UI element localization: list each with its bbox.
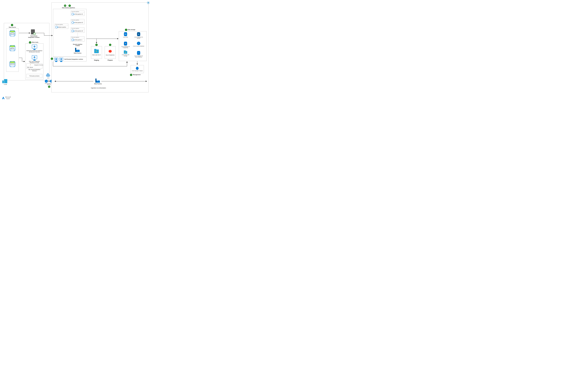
building-icon <box>4 79 7 83</box>
adls-icon: ⚡ <box>124 51 127 54</box>
ssis-brand: SQL Server <box>27 67 33 68</box>
cloud-icon <box>46 74 50 77</box>
badge-1b: 1b <box>64 5 66 7</box>
brand-line1: Microsoft <box>5 96 11 98</box>
shir-label: Self-hosted integration runtime <box>27 35 41 38</box>
cosmos-icon: ✦ <box>137 42 140 45</box>
ssma-label: SQL Server Migration Assistance for db2 <box>26 61 42 63</box>
synapse-label: Azure Synapse Analyics <box>132 70 143 71</box>
datalake-icon: ⚡ <box>94 50 99 53</box>
microsoft-azure-logo: Microsoft Azure <box>2 96 11 99</box>
pipelines-title: Data factory pipelines <box>61 7 76 8</box>
ssis-caption: SQL Served Integration Services <box>27 69 42 71</box>
azure-logo-icon <box>2 97 5 99</box>
shir2-box: Self-Hosted Integration runtime <box>53 57 86 61</box>
other-tools-title: Other tools <box>32 42 38 43</box>
master-pipeline-box: Execute pipeline Master pipeline <box>55 24 68 29</box>
pipeline-icon <box>56 26 58 28</box>
badge-1a: 1a <box>48 85 50 88</box>
shir2-label: Self-Hosted Integration runtime <box>64 58 83 60</box>
brand-line2: Azure <box>6 98 11 99</box>
pipeline-icon <box>71 30 74 32</box>
third-party-label: Third-party products <box>29 75 39 77</box>
shir-server-icon: ⇋ <box>31 29 35 34</box>
staging-caption: Staging <box>91 59 102 61</box>
data-source-title: Data source <box>7 27 17 28</box>
drda-icon <box>32 45 37 48</box>
ssma-icon <box>32 55 37 59</box>
badge-9: 9 <box>130 74 132 76</box>
prepare-caption: Prepare <box>105 59 116 61</box>
architecture-diagram: Local 2 Data source Db2 zOS Db2 for i Db… <box>0 0 150 100</box>
data-factory-icon-2 <box>95 79 100 83</box>
master-pipeline-header: Execute pipeline <box>55 24 68 26</box>
db2-i-label: Db2 for i <box>8 48 16 49</box>
management-box: Azure Synapse Analyics <box>131 65 144 73</box>
shir2-monitor-2 <box>59 58 63 61</box>
storage-box: SQLAzure SQL MyAzure database for MySQL … <box>119 31 147 61</box>
db2-zos-label: Db2 zOS <box>8 33 16 34</box>
pipeline-icon <box>71 39 74 41</box>
mysql-icon: My <box>137 32 140 36</box>
management-caption: Management <box>133 74 140 75</box>
azure-mysql: MyAzure database for MySQL <box>133 32 144 41</box>
gateway-left-icon <box>45 80 48 83</box>
databricks-icon <box>108 49 112 53</box>
badge-5: 5 <box>95 44 98 46</box>
sql-icon: SQL <box>124 32 127 36</box>
data-factory-icon-1 <box>75 48 80 52</box>
child-pipeline-3: Execute pipeline Child pipeline 03 <box>71 28 84 33</box>
badge-3: 3 <box>69 5 71 7</box>
staging-box: ⚡ Data Lake Gen 2 <box>91 46 102 59</box>
azure-sql: SQLAzure SQL <box>120 32 131 41</box>
data-factory-label-1: Data Factory <box>73 52 82 54</box>
maria-icon: 〰 <box>137 51 140 55</box>
dynamic-pipeline-label: Dynamic pipeline creation <box>71 44 84 46</box>
shir2-monitor-1 <box>54 58 58 61</box>
third-party-box: Third-party products <box>27 74 42 78</box>
child-pipeline-1: Execute pipeline Child pipeline 01 <box>71 11 84 16</box>
badge-6: 6 <box>109 44 111 46</box>
master-pipeline-name: Master pipeline <box>58 27 66 28</box>
data-factory-label-2: Data Factory <box>93 83 103 84</box>
azure-cosmos: ✦Azure Cosmos database <box>133 42 144 51</box>
ingestion-caption: Ingestion & orchestration <box>90 87 107 89</box>
ssis-box <box>27 64 42 69</box>
badge-8: 8 <box>29 41 31 43</box>
staging-service: Data Lake Gen 2 <box>92 54 101 56</box>
postgres-icon: 🐘 <box>124 42 127 45</box>
badge-2: 2 <box>11 24 13 26</box>
synapse-icon <box>136 67 139 70</box>
badge-7: 7 <box>125 29 127 31</box>
prepare-service: Azure Databricks <box>106 55 114 56</box>
ssis-arrow-icon: ↗ <box>29 64 31 66</box>
storage-title: Data storage <box>128 29 135 30</box>
prepare-box: Azure Databricks <box>105 46 116 59</box>
pipelines-box <box>53 9 86 56</box>
badge-4: 4 <box>51 57 53 60</box>
azure-maria: 〰Azure database for Maria database <box>133 51 144 60</box>
azure-postgresql: 🐘Azure database for PostgreSQL <box>120 42 131 51</box>
child-pipeline-2: Execute pipeline Child pipeline 02 <box>71 19 84 24</box>
drda-label: Distributed Relational Database Architec… <box>26 50 42 53</box>
db2-luw-label: Db2 LUW <box>8 63 16 65</box>
child-pipeline-n: Execute pipeline Child pipeline n <box>71 36 84 42</box>
azure-adls: ⚡Azure Data Lake Storage <box>120 51 131 60</box>
ssis-side: Integration Services <box>34 64 43 66</box>
azure-corner-icon <box>147 1 150 4</box>
pipeline-icon <box>71 21 74 24</box>
pipeline-icon <box>71 13 74 15</box>
local-label: Local <box>4 84 7 85</box>
